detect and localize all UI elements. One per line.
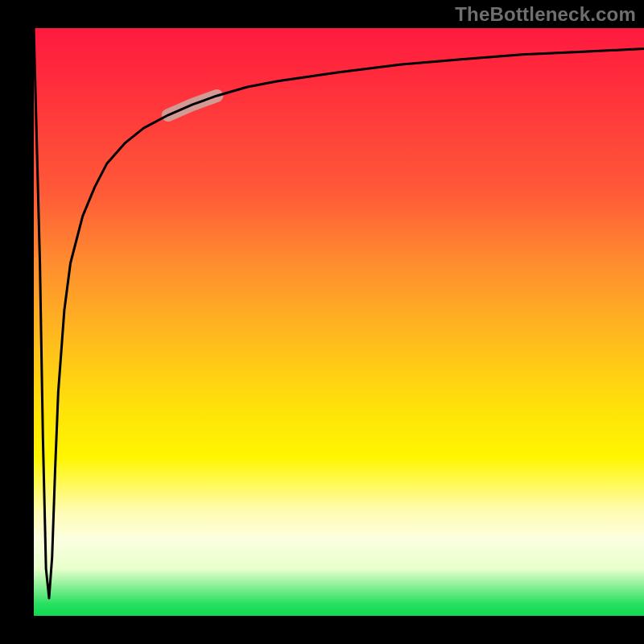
plot-area [34,28,644,616]
curve-layer [34,28,644,616]
bottleneck-curve [34,28,644,598]
chart-frame: TheBottleneck.com [0,0,644,644]
watermark-text: TheBottleneck.com [455,3,636,26]
